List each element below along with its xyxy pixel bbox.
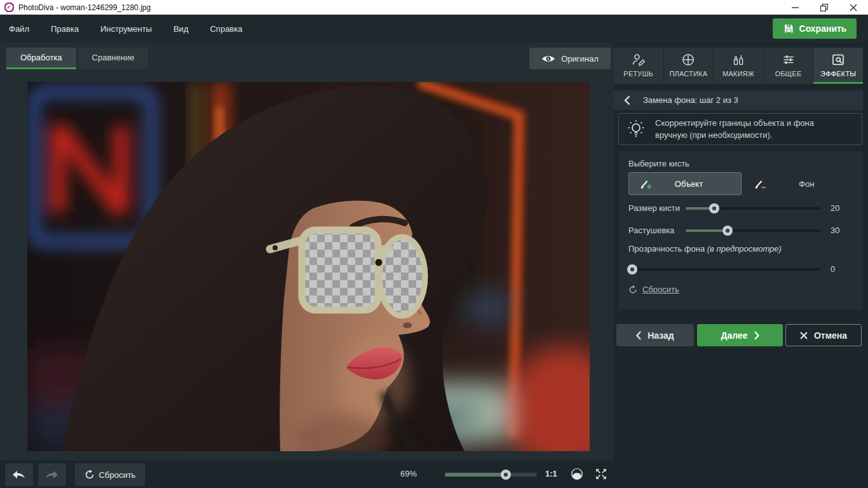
eye-icon [541,55,555,63]
common-icon [781,52,796,67]
status-bar: Сбросить 69% 1:1 [0,461,614,488]
save-button[interactable]: Сохранить [773,18,857,39]
back-button[interactable]: Назад [616,324,694,346]
tip-text: Скорректируйте границы объекта и фона вр… [655,117,814,141]
brush-select-label: Выберите кисть [628,159,689,168]
back-chevron-icon[interactable] [624,95,630,105]
tip-box: Скорректируйте границы объекта и фона вр… [618,113,862,145]
menu-tools[interactable]: Инструменты [90,24,163,34]
brush-size-value: 20 [831,203,852,213]
feather-handle[interactable] [722,226,733,236]
tab-comparison[interactable]: Сравнение [78,48,149,69]
menu-file[interactable]: Файл [0,24,40,34]
zoom-slider-handle[interactable] [501,470,511,480]
panel-tab-effects[interactable]: ЭФФЕКТЫ [813,48,863,84]
reset-icon [85,470,95,480]
object-brush-button[interactable]: Объект [628,172,742,195]
brush-size-handle[interactable] [709,203,719,214]
redo-button[interactable] [38,463,66,486]
canvas-area: Обработка Сравнение Оригинал [0,43,614,461]
brush-size-label: Размер кисти [628,203,680,213]
app-logo-icon [4,3,14,12]
tab-comparison-label: Сравнение [92,53,135,62]
panel-tab-retouch[interactable]: РЕТУШЬ [614,48,663,84]
menu-help[interactable]: Справка [199,24,253,34]
next-button[interactable]: Далее [697,324,783,346]
panel-tab-retouch-label: РЕТУШЬ [623,70,653,78]
object-brush-icon [639,177,652,190]
brush-size-row: Размер кисти 20 [628,202,852,215]
brush-settings-section: Выберите кисть Объект Ф [618,151,862,309]
window-controls [780,0,868,15]
panel-tab-makeup-label: МАКИЯЖ [722,70,754,78]
panel-tab-plastic[interactable]: ПЛАСТИКА [664,48,714,84]
title-bar: PhotoDiva - woman-1246299_1280.jpg [0,0,868,15]
background-brush-button[interactable]: Фон [743,172,862,195]
chevron-left-icon [636,331,641,340]
chevron-right-icon [754,331,759,340]
cancel-label: Отмена [814,330,847,341]
save-label: Сохранить [799,24,847,34]
brush-size-slider[interactable] [686,203,820,214]
panel-tab-common[interactable]: ОБЩЕЕ [764,48,813,84]
feather-slider[interactable] [686,226,820,236]
photo-canvas[interactable] [27,82,590,451]
zoom-slider[interactable] [445,470,537,480]
lightbulb-icon [627,119,645,139]
bg-opacity-slider[interactable] [628,264,820,274]
fullscreen-icon[interactable] [595,468,607,480]
panel-tabs: РЕТУШЬ ПЛАСТИКА МАКИЯЖ [614,48,863,84]
object-brush-label: Объект [652,179,726,189]
save-icon [783,23,794,34]
menu-edit[interactable]: Правка [40,24,90,34]
original-button[interactable]: Оригинал [529,48,611,69]
panel-tab-plastic-label: ПЛАСТИКА [670,70,708,78]
next-label: Далее [721,330,747,341]
feather-value: 30 [831,226,852,235]
feather-row: Растушевка 30 [628,224,852,237]
restore-button[interactable] [810,0,839,15]
reset-settings-link[interactable]: Сбросить [628,285,679,294]
menu-view[interactable]: Вид [163,24,200,34]
redo-icon [44,469,60,480]
bg-opacity-label: Прозрачность фона (в предпросмотре) [628,244,782,254]
undo-button[interactable] [5,463,33,486]
bg-opacity-handle[interactable] [627,264,637,274]
bg-opacity-row: 0 [628,263,852,276]
plastic-icon [681,52,696,67]
reset-button[interactable]: Сбросить [75,463,145,486]
actual-size-button[interactable]: 1:1 [545,469,557,478]
brush-row: Объект Фон [618,172,862,195]
minimize-button[interactable] [780,0,810,15]
window-title: PhotoDiva - woman-1246299_1280.jpg [18,3,151,12]
tools-panel: РЕТУШЬ ПЛАСТИКА МАКИЯЖ [614,43,868,488]
bg-opacity-value: 0 [831,264,852,274]
feather-label: Растушевка [628,226,674,235]
back-label: Назад [648,330,674,341]
reset-settings-label: Сбросить [642,285,679,294]
zoom-level: 69% [400,469,426,478]
face-zoom-icon[interactable] [571,468,583,480]
effects-icon [831,52,846,67]
makeup-icon [731,52,746,67]
view-tabs: Обработка Сравнение [6,48,148,69]
retouch-icon [631,52,646,67]
menu-bar: Файл Правка Инструменты Вид Справка Сохр… [0,15,868,43]
reset-label: Сбросить [99,470,136,480]
cancel-button[interactable]: Отмена [785,324,862,346]
action-row: Назад Далее Отмена [614,324,863,346]
panel-tab-makeup[interactable]: МАКИЯЖ [714,48,763,84]
close-button[interactable] [839,0,868,15]
panel-tab-effects-label: ЭФФЕКТЫ [820,70,856,78]
step-title: Замена фона: шаг 2 из 3 [643,95,738,105]
tab-processing[interactable]: Обработка [6,48,76,69]
background-brush-label: Фон [766,179,847,189]
reset-settings-icon [628,285,637,294]
background-brush-icon [754,177,766,190]
panel-tab-common-label: ОБЩЕЕ [775,70,802,78]
original-label: Оригинал [561,54,599,64]
step-header: Замена фона: шаг 2 из 3 [614,90,863,110]
undo-icon [11,469,27,480]
tab-processing-label: Обработка [20,53,62,62]
close-x-icon [800,332,808,339]
